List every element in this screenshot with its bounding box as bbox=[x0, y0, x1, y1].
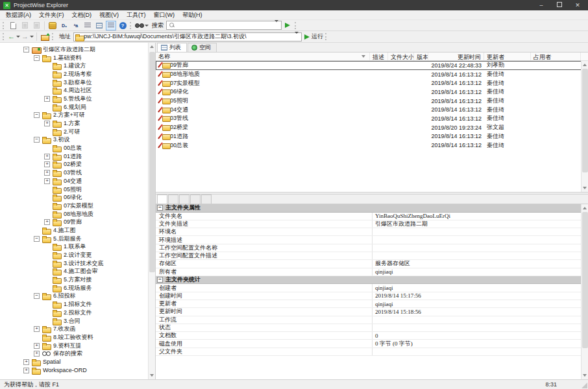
properties-tab[interactable] bbox=[190, 194, 201, 204]
list-row[interactable]: 09管廊 2019/8/24 22:48:33 刘孝勤 bbox=[156, 61, 588, 70]
tree-item[interactable]: 1.基础资料 bbox=[0, 54, 148, 62]
scroll-down-icon[interactable] bbox=[583, 187, 587, 189]
tree-item[interactable]: 01道路 bbox=[0, 152, 148, 161]
menu-item[interactable]: 文件夹(F) bbox=[35, 10, 68, 20]
address-input[interactable]: pw:\\JNCJ-BIM:fuwuqi\Documents\引爆区市政道路二期… bbox=[73, 32, 302, 41]
tree-expand-toggle-icon[interactable] bbox=[44, 154, 50, 159]
toolbar-grip[interactable] bbox=[3, 33, 5, 40]
tree-item[interactable]: 3.勘察单位 bbox=[0, 78, 148, 87]
tree-item[interactable]: 06绿化 bbox=[0, 193, 148, 202]
tree-item[interactable]: 8.竣工验收资料 bbox=[0, 333, 148, 342]
tree-expand-toggle-icon[interactable] bbox=[34, 236, 40, 242]
tab-list[interactable]: 列表 bbox=[157, 43, 187, 52]
tree-expand-toggle-icon[interactable] bbox=[44, 170, 50, 176]
minimize-button[interactable]: – bbox=[532, 2, 550, 8]
address-dropdown-button[interactable] bbox=[292, 34, 300, 40]
tree-item[interactable]: 2.方案+可研 bbox=[0, 112, 148, 120]
tree-item[interactable]: 4.施工图 bbox=[0, 226, 148, 235]
list-column-header[interactable]: 更新时间 bbox=[428, 53, 484, 60]
scrollbar-thumb[interactable] bbox=[582, 212, 588, 348]
list-row[interactable]: 03管线 2019/8/14 16:13:12 秦佳琦 bbox=[156, 114, 588, 123]
tree-item[interactable]: 2.可研 bbox=[0, 128, 148, 136]
tree-item[interactable]: 4.周边社区 bbox=[0, 86, 148, 95]
tree-item[interactable]: 09管廊 bbox=[0, 218, 148, 226]
go-up-folder-button[interactable] bbox=[40, 32, 50, 41]
toolbar-grip[interactable] bbox=[3, 22, 5, 29]
list-column-header[interactable]: 更新者 bbox=[484, 53, 531, 60]
scroll-up-icon[interactable] bbox=[583, 64, 587, 66]
tree-item[interactable]: 6.规划局 bbox=[0, 103, 148, 112]
tree-item[interactable]: 03管线 bbox=[0, 169, 148, 177]
tree-item[interactable]: 02桥梁 bbox=[0, 161, 148, 169]
tree-item[interactable]: 1.招标文件 bbox=[0, 300, 148, 309]
tree-item[interactable]: 1.方案 bbox=[0, 119, 148, 128]
rename-button[interactable]: ªa bbox=[71, 21, 81, 30]
properties-tab[interactable] bbox=[157, 194, 167, 204]
tree-expand-toggle-icon[interactable] bbox=[44, 178, 50, 184]
properties-tab[interactable] bbox=[179, 194, 190, 204]
tree-expand-toggle-icon[interactable] bbox=[34, 55, 40, 61]
tree-item[interactable]: 2.投标文件 bbox=[0, 309, 148, 317]
list-column-header[interactable]: 名称 bbox=[156, 53, 370, 60]
tree-item[interactable]: Workspace-ORD bbox=[0, 366, 148, 375]
menu-item[interactable]: 数据源(A) bbox=[2, 10, 35, 20]
resize-grip-icon[interactable] bbox=[582, 383, 587, 388]
tab-spatial[interactable]: 空间 bbox=[188, 43, 217, 52]
current-view-mode-button[interactable] bbox=[106, 21, 116, 30]
list-row[interactable]: 04交通 2019/8/14 16:13:12 秦佳琦 bbox=[156, 105, 588, 114]
tree-expand-toggle-icon[interactable] bbox=[23, 47, 29, 53]
back-button[interactable]: ← bbox=[8, 32, 20, 41]
menu-item[interactable]: 窗口(W) bbox=[150, 10, 179, 20]
menu-item[interactable]: 视图(V) bbox=[95, 10, 123, 20]
scroll-down-icon[interactable] bbox=[583, 374, 587, 377]
toolbar-grip[interactable] bbox=[295, 22, 297, 29]
properties-tab[interactable] bbox=[201, 194, 212, 204]
toolbar-grip[interactable] bbox=[130, 22, 132, 29]
collapse-icon[interactable] bbox=[157, 277, 163, 283]
tree-item[interactable]: 7.收发函 bbox=[0, 325, 148, 333]
properties-tab[interactable] bbox=[168, 194, 178, 204]
checkin-button-disabled[interactable] bbox=[31, 21, 42, 30]
tree-item[interactable]: 5.后期服务 bbox=[0, 235, 148, 243]
tree-item[interactable]: 08地形地质 bbox=[0, 210, 148, 218]
tree-item[interactable]: 2.设计变更 bbox=[0, 251, 148, 259]
tree-item[interactable]: 4.施工图会审 bbox=[0, 268, 148, 276]
maximize-button[interactable] bbox=[550, 2, 569, 8]
list-row[interactable]: 07实景模型 2019/8/14 16:13:12 秦佳琦 bbox=[156, 78, 588, 88]
tree-item[interactable]: 6.现场服务 bbox=[0, 284, 148, 292]
scrollbar-thumb[interactable] bbox=[149, 52, 155, 272]
list-column-header[interactable]: 版本 bbox=[414, 53, 428, 60]
toolbar-grip[interactable] bbox=[52, 33, 54, 40]
detail-view-button[interactable] bbox=[94, 21, 104, 30]
tree-item[interactable]: 9.资料互提 bbox=[0, 342, 148, 350]
list-row[interactable]: 01道路 2019/8/14 16:13:12 秦佳琦 bbox=[156, 132, 588, 141]
tree-expand-toggle-icon[interactable] bbox=[23, 359, 29, 365]
tree-item[interactable]: 保存的搜索 bbox=[0, 349, 148, 358]
tree-expand-toggle-icon[interactable] bbox=[34, 343, 40, 349]
list-row[interactable]: 08地形地质 2019/8/14 16:13:12 秦佳琦 bbox=[156, 70, 588, 79]
help-button[interactable]: ? bbox=[117, 21, 128, 30]
scrollbar-thumb[interactable] bbox=[582, 69, 588, 172]
document-properties-button[interactable]: D₀ bbox=[59, 21, 69, 30]
close-button[interactable]: ✕ bbox=[569, 2, 587, 8]
list-scrollbar[interactable] bbox=[581, 61, 588, 192]
tree-item[interactable]: Spatial bbox=[0, 358, 148, 366]
tree-expand-toggle-icon[interactable] bbox=[44, 121, 50, 126]
toolbar-grip[interactable] bbox=[325, 33, 327, 40]
list-row[interactable]: 02桥梁 2019/8/20 19:23:24 张文超 bbox=[156, 123, 588, 132]
list-column-header[interactable]: 占用者 bbox=[531, 53, 581, 60]
scroll-down-icon[interactable] bbox=[150, 374, 154, 377]
tree-item[interactable]: 05照明 bbox=[0, 185, 148, 194]
tree-item[interactable]: 5.方案对接 bbox=[0, 276, 148, 284]
search-tool-button[interactable] bbox=[135, 21, 149, 30]
tree-item[interactable]: 3.设计技术交底 bbox=[0, 259, 148, 268]
copy-out-button[interactable] bbox=[47, 21, 58, 30]
tree-item[interactable]: 2.现场考察 bbox=[0, 70, 148, 78]
new-document-button[interactable] bbox=[8, 21, 18, 30]
scroll-up-icon[interactable] bbox=[583, 207, 587, 209]
small-list-view-button[interactable] bbox=[82, 21, 93, 30]
tree-expand-toggle-icon[interactable] bbox=[34, 137, 40, 143]
tree-expand-toggle-icon[interactable] bbox=[34, 293, 40, 299]
tree-item[interactable]: 3.初设 bbox=[0, 136, 148, 145]
list-column-header[interactable]: 文件大小 bbox=[388, 53, 414, 60]
